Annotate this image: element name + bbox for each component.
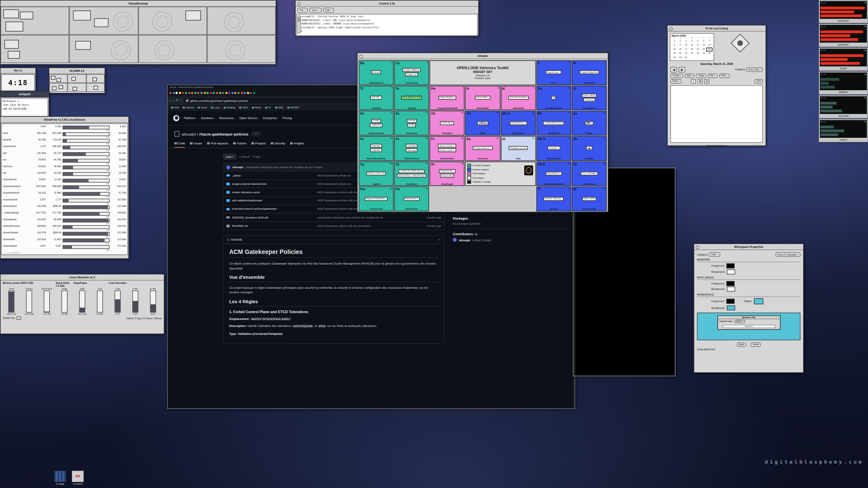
calendar-day[interactable]: 20 [701,47,707,52]
widget-cell[interactable]: Sl 11 Easter July4th LaborDay ScrollingL… [572,86,607,110]
repo-tab[interactable]: Pull requests [207,142,228,148]
commit-message[interactable]: presentation format ppt pour montrer les… [246,166,322,168]
widget-sample[interactable]: ▤ [551,96,556,100]
widget-sample[interactable]: Underline [370,149,382,152]
widget-cell[interactable]: Ex 13 Pick Me Or Me Exclusives [394,111,429,135]
update-stepper[interactable]: 1 [17,317,21,320]
create-button[interactable]: Create [671,74,683,78]
tab-favicon[interactable] [191,92,193,94]
back-icon[interactable]: ‹ [170,98,171,102]
next-day-button[interactable]: ▶ [679,67,686,72]
widget-cell[interactable]: Rb 17 UseMe2Build 12&13 RectButton [536,111,571,135]
perfmeter-window[interactable]: cpu usr 100 ravenvale [819,95,868,119]
category-selector[interactable]: Color [709,252,720,257]
widget-sample[interactable]: any text... [370,96,382,100]
tab-favicon[interactable] [169,92,172,94]
widget-cell[interactable]: Rt 4 PopUp RubberTile RubberTile [572,60,607,85]
widget-cell[interactable]: Cb 14 Check Me ✔ Checkbox [430,111,465,135]
pager-window[interactable] [94,18,109,27]
calendar-day[interactable]: 15 [672,47,677,52]
tab-favicon[interactable] [247,92,249,94]
widget-cell[interactable]: Te 6 I'm a Multi-Line Text TextEdit [394,86,429,110]
tab-favicon[interactable] [253,92,255,94]
file-button[interactable]: File [708,74,717,78]
widget-sample[interactable]: Drag from Me... [439,169,456,173]
todo-window[interactable]: To Do List 5.2msj March 2026 SMTWTFS 123… [667,25,766,146]
calendar-day[interactable]: 7 [707,39,712,43]
widget-cell[interactable]: Ab-G 29 EpanzaiteInt1+ AbbrevMenuButton [536,161,571,186]
bookmark-item[interactable]: Internet [183,106,194,109]
widget-cell[interactable]: Ob-G 24 Press Me... OblongButton [536,136,571,161]
pager-window[interactable] [4,40,19,48]
widget-cell[interactable]: Fc 21 Owner Access: ✔ Group Access: ✔ Fl… [430,136,465,161]
widget-sample[interactable]: PopUp FontChooser... [365,197,388,201]
perfmeter-window[interactable]: cpu usr 100 thorbardin [819,0,868,23]
repo-tab[interactable]: Issues [190,142,202,148]
widget-cell[interactable]: Fp 30 error: messages FooterPanel [572,161,607,186]
widget-cell[interactable]: Ca 2 Product: $$Meter HiType: OL Control… [394,60,429,85]
widget-sample[interactable]: error: messages [581,171,598,175]
apply-button[interactable]: Apply [737,342,746,347]
widget-cell[interactable]: Bb 1 File Me BulletinBoard [359,60,394,85]
pager-window[interactable] [20,11,33,19]
pushpin-icon[interactable] [696,246,699,249]
menu-button[interactable]: Edit [323,8,334,13]
widget-cell[interactable]: Fnc 33 PopUp FontChooser... FontChooser [359,187,394,211]
tab-favicon[interactable] [241,92,243,94]
clock-titlebar[interactable]: Mar 21 [0,68,35,73]
calendar-day[interactable]: 24 [683,52,689,56]
print-button[interactable]: Print... [719,74,730,78]
perfmeter-window[interactable]: cpu usr 100 solinari [819,119,868,142]
widget-cell[interactable]: M 9 Click Here for Menu MenuShell [501,86,536,110]
host-console-titlebar[interactable]: daltigoth [0,91,49,97]
olvwm-window[interactable]: OLVWM 4.5 [49,68,105,94]
widget-cell[interactable]: Cp 26 Generic Label: text Caption [359,161,394,186]
widget-sample[interactable]: And/Or Me [370,123,382,127]
tab-favicon[interactable] [231,92,234,94]
bookmark-item[interactable]: SMS [275,106,283,109]
widget-sample[interactable]: Drop on Me: [440,174,454,177]
widget-sample[interactable]: PopUp Window... [438,96,456,100]
widget-sample[interactable]: LaborDay [583,98,595,102]
widget-sample[interactable]: TextLine: any text... [544,197,564,201]
home-icon[interactable]: ⌂ [180,99,182,102]
calendar-day[interactable]: 23 [677,52,683,56]
quit-button[interactable]: Quit [755,79,763,84]
tab-favicon[interactable] [207,92,209,94]
widget-sample[interactable]: ▮▮▮▯▯ [585,121,593,125]
calendar-day[interactable]: 28 [707,52,712,56]
branch-count[interactable]: 1 Branch [239,155,250,158]
tab-favicon[interactable] [235,92,237,94]
file-name[interactable]: protected-network-policies/gatekeeper [232,207,315,210]
workspace-properties-window[interactable]: Workspace Properties Category: Color Res… [694,243,804,373]
forward-icon[interactable]: › [173,98,174,102]
file-name[interactable]: pdb-validation/gatekeeper [232,199,315,202]
color-swatch[interactable] [726,263,735,268]
xv-image-icon[interactable] [54,470,66,483]
desktop-icon-xv-controls[interactable]: xv xv controls [71,470,84,485]
bookmark-item[interactable]: RedHat [224,106,235,109]
pager-window[interactable] [75,41,91,50]
repo-tab[interactable]: Code [174,142,185,148]
tab-favicon[interactable] [173,92,175,94]
preview-button[interactable]: Button [735,320,745,323]
calendar-day[interactable]: 4 [689,39,695,43]
pager-cell[interactable] [138,6,207,35]
commit-author[interactable]: atiouajni [232,166,243,168]
packages-heading[interactable]: Packages [453,217,569,220]
outline-icon[interactable]: ≔ [438,238,441,241]
widget-sample[interactable]: EpanzaiteInt1+ [546,171,562,175]
widget-cell[interactable]: Fn 19 Bold Italic Underline FlatNonExclu… [359,136,394,161]
widget-sample[interactable]: I'm a Multi-Line Text [401,96,422,100]
widget-cell[interactable]: Ne 12 PickMe And/Or Me NonExclusives [359,111,394,135]
widget-sample[interactable]: Click Here for Menu [508,96,528,100]
pager-cell[interactable] [207,35,276,63]
widget-sample[interactable]: Or Me [408,123,416,127]
control-titlebar[interactable]: Control 3.3a [296,0,478,6]
repo-tab[interactable]: Projects [252,142,266,148]
tab-favicon[interactable] [250,92,252,94]
widget-cell[interactable]: Pw 7 PopUp Window... PopupWindowShell [430,86,465,110]
todo-list-area[interactable] [671,85,763,143]
control-window[interactable]: Control 3.3a File View Edit systemd[1]: … [295,0,479,36]
color-swatch[interactable] [726,299,735,304]
